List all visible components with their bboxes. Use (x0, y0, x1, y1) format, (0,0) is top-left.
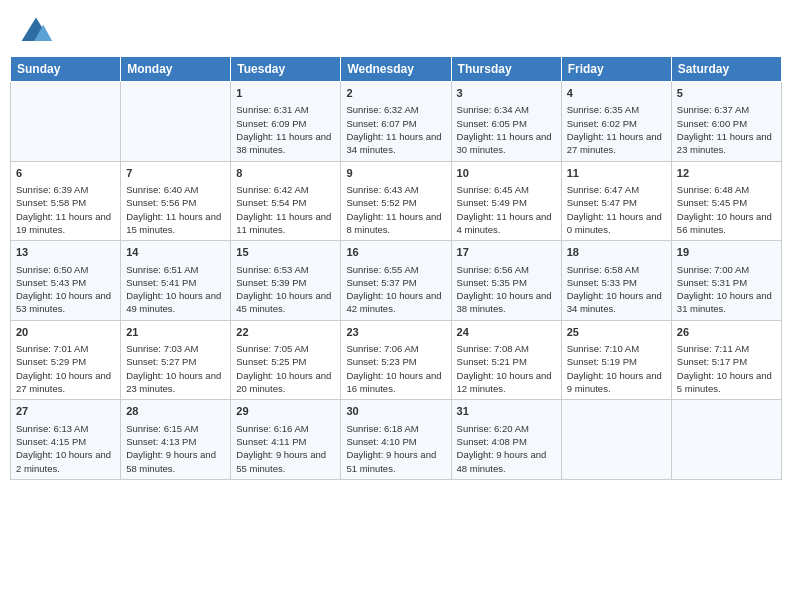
day-info: Sunrise: 6:32 AM (346, 103, 445, 116)
day-info: Sunrise: 6:20 AM (457, 422, 556, 435)
day-number: 24 (457, 325, 556, 340)
day-number: 10 (457, 166, 556, 181)
calendar-cell: 31Sunrise: 6:20 AMSunset: 4:08 PMDayligh… (451, 400, 561, 480)
header (0, 0, 792, 56)
day-info: Daylight: 10 hours and 9 minutes. (567, 369, 666, 396)
calendar-cell: 7Sunrise: 6:40 AMSunset: 5:56 PMDaylight… (121, 161, 231, 241)
day-info: Daylight: 11 hours and 34 minutes. (346, 130, 445, 157)
day-info: Daylight: 10 hours and 5 minutes. (677, 369, 776, 396)
calendar-cell: 29Sunrise: 6:16 AMSunset: 4:11 PMDayligh… (231, 400, 341, 480)
day-info: Sunset: 4:08 PM (457, 435, 556, 448)
day-info: Sunrise: 7:01 AM (16, 342, 115, 355)
day-info: Sunset: 6:02 PM (567, 117, 666, 130)
day-info: Sunrise: 6:13 AM (16, 422, 115, 435)
day-number: 7 (126, 166, 225, 181)
day-info: Daylight: 11 hours and 0 minutes. (567, 210, 666, 237)
day-info: Sunrise: 6:58 AM (567, 263, 666, 276)
day-number: 20 (16, 325, 115, 340)
day-info: Daylight: 11 hours and 8 minutes. (346, 210, 445, 237)
day-info: Sunrise: 6:50 AM (16, 263, 115, 276)
day-header-tuesday: Tuesday (231, 57, 341, 82)
day-info: Sunrise: 6:45 AM (457, 183, 556, 196)
day-number: 2 (346, 86, 445, 101)
day-info: Sunset: 5:41 PM (126, 276, 225, 289)
day-info: Daylight: 11 hours and 38 minutes. (236, 130, 335, 157)
day-info: Sunrise: 6:47 AM (567, 183, 666, 196)
day-info: Daylight: 11 hours and 30 minutes. (457, 130, 556, 157)
day-info: Sunset: 5:33 PM (567, 276, 666, 289)
day-info: Daylight: 10 hours and 56 minutes. (677, 210, 776, 237)
day-info: Daylight: 10 hours and 45 minutes. (236, 289, 335, 316)
day-info: Sunrise: 6:37 AM (677, 103, 776, 116)
calendar-cell (121, 82, 231, 162)
day-info: Daylight: 9 hours and 55 minutes. (236, 448, 335, 475)
page: SundayMondayTuesdayWednesdayThursdayFrid… (0, 0, 792, 612)
day-info: Daylight: 11 hours and 19 minutes. (16, 210, 115, 237)
day-header-friday: Friday (561, 57, 671, 82)
logo-icon (18, 14, 54, 50)
day-info: Sunset: 5:31 PM (677, 276, 776, 289)
calendar-table: SundayMondayTuesdayWednesdayThursdayFrid… (10, 56, 782, 480)
day-info: Sunset: 5:19 PM (567, 355, 666, 368)
calendar-cell: 4Sunrise: 6:35 AMSunset: 6:02 PMDaylight… (561, 82, 671, 162)
day-info: Sunrise: 6:51 AM (126, 263, 225, 276)
calendar-cell: 18Sunrise: 6:58 AMSunset: 5:33 PMDayligh… (561, 241, 671, 321)
day-info: Sunset: 4:10 PM (346, 435, 445, 448)
day-info: Daylight: 10 hours and 23 minutes. (126, 369, 225, 396)
day-number: 4 (567, 86, 666, 101)
calendar-cell: 17Sunrise: 6:56 AMSunset: 5:35 PMDayligh… (451, 241, 561, 321)
calendar-cell: 27Sunrise: 6:13 AMSunset: 4:15 PMDayligh… (11, 400, 121, 480)
day-info: Sunset: 4:13 PM (126, 435, 225, 448)
day-number: 29 (236, 404, 335, 419)
day-info: Sunset: 6:05 PM (457, 117, 556, 130)
day-info: Sunrise: 6:48 AM (677, 183, 776, 196)
day-info: Sunrise: 7:11 AM (677, 342, 776, 355)
day-info: Sunset: 6:07 PM (346, 117, 445, 130)
day-info: Daylight: 11 hours and 23 minutes. (677, 130, 776, 157)
day-info: Sunset: 5:49 PM (457, 196, 556, 209)
day-info: Daylight: 10 hours and 38 minutes. (457, 289, 556, 316)
day-info: Sunset: 5:27 PM (126, 355, 225, 368)
day-info: Sunset: 5:58 PM (16, 196, 115, 209)
day-info: Sunset: 6:09 PM (236, 117, 335, 130)
day-info: Sunrise: 7:08 AM (457, 342, 556, 355)
day-info: Daylight: 10 hours and 12 minutes. (457, 369, 556, 396)
day-info: Sunrise: 6:40 AM (126, 183, 225, 196)
calendar-cell: 8Sunrise: 6:42 AMSunset: 5:54 PMDaylight… (231, 161, 341, 241)
day-number: 13 (16, 245, 115, 260)
calendar-cell: 3Sunrise: 6:34 AMSunset: 6:05 PMDaylight… (451, 82, 561, 162)
calendar-week-2: 6Sunrise: 6:39 AMSunset: 5:58 PMDaylight… (11, 161, 782, 241)
day-number: 8 (236, 166, 335, 181)
day-info: Daylight: 11 hours and 4 minutes. (457, 210, 556, 237)
day-info: Sunset: 5:35 PM (457, 276, 556, 289)
calendar-week-5: 27Sunrise: 6:13 AMSunset: 4:15 PMDayligh… (11, 400, 782, 480)
calendar-cell: 25Sunrise: 7:10 AMSunset: 5:19 PMDayligh… (561, 320, 671, 400)
calendar-cell: 28Sunrise: 6:15 AMSunset: 4:13 PMDayligh… (121, 400, 231, 480)
calendar-cell: 13Sunrise: 6:50 AMSunset: 5:43 PMDayligh… (11, 241, 121, 321)
calendar-cell: 11Sunrise: 6:47 AMSunset: 5:47 PMDayligh… (561, 161, 671, 241)
day-number: 21 (126, 325, 225, 340)
day-info: Sunset: 5:25 PM (236, 355, 335, 368)
day-info: Sunrise: 6:56 AM (457, 263, 556, 276)
day-header-wednesday: Wednesday (341, 57, 451, 82)
calendar-cell: 10Sunrise: 6:45 AMSunset: 5:49 PMDayligh… (451, 161, 561, 241)
day-info: Sunrise: 7:03 AM (126, 342, 225, 355)
day-number: 5 (677, 86, 776, 101)
day-info: Sunrise: 6:34 AM (457, 103, 556, 116)
day-info: Daylight: 10 hours and 20 minutes. (236, 369, 335, 396)
calendar-cell (11, 82, 121, 162)
day-info: Daylight: 10 hours and 27 minutes. (16, 369, 115, 396)
day-number: 18 (567, 245, 666, 260)
day-info: Sunrise: 6:31 AM (236, 103, 335, 116)
calendar-body: 1Sunrise: 6:31 AMSunset: 6:09 PMDaylight… (11, 82, 782, 480)
day-info: Sunset: 4:11 PM (236, 435, 335, 448)
day-info: Daylight: 10 hours and 42 minutes. (346, 289, 445, 316)
day-info: Sunrise: 6:39 AM (16, 183, 115, 196)
day-number: 3 (457, 86, 556, 101)
day-info: Sunrise: 6:53 AM (236, 263, 335, 276)
day-number: 17 (457, 245, 556, 260)
day-info: Sunset: 5:21 PM (457, 355, 556, 368)
day-info: Sunrise: 7:00 AM (677, 263, 776, 276)
day-info: Daylight: 11 hours and 15 minutes. (126, 210, 225, 237)
day-info: Sunrise: 7:10 AM (567, 342, 666, 355)
